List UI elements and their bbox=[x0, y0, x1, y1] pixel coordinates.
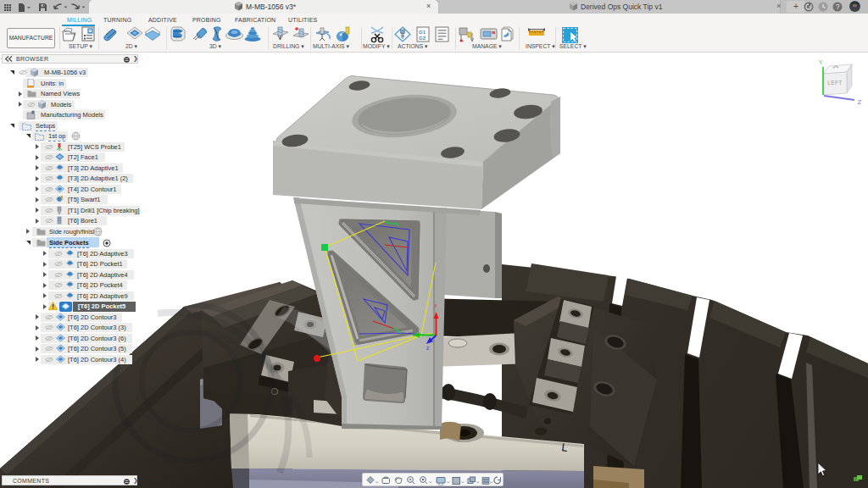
svg-text:G2: G2 bbox=[419, 36, 426, 41]
svg-text:G: G bbox=[89, 29, 92, 34]
svg-text:Y: Y bbox=[819, 59, 823, 65]
svg-text:z: z bbox=[426, 345, 430, 351]
svg-text:Z: Z bbox=[858, 98, 862, 106]
svg-text:?: ? bbox=[836, 3, 840, 11]
svg-text:G1: G1 bbox=[419, 30, 426, 35]
svg-text:x: x bbox=[434, 302, 437, 308]
svg-text:LEFT: LEFT bbox=[827, 80, 843, 86]
